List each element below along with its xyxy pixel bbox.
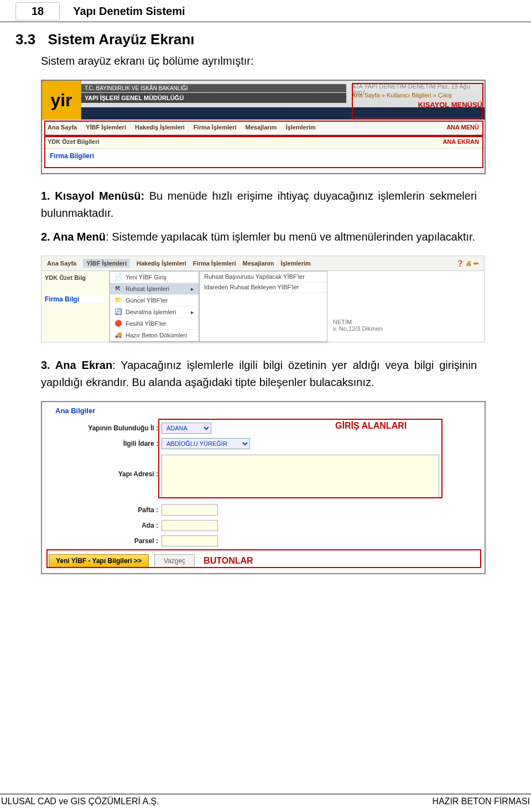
app-logo: yir xyxy=(42,81,81,119)
submenu-ruhsat-basvuru[interactable]: Ruhsat Başvurusu Yapılacak YİBF'ler xyxy=(200,272,327,282)
menu-guncel-yibf[interactable]: 📁Güncel YİBF'ler xyxy=(110,295,199,306)
label-adres: Yapı Adresi : xyxy=(42,455,162,478)
menu-item-hakedis[interactable]: Hakediş İşlemleri xyxy=(137,260,186,267)
menu-ruhsat[interactable]: 🛠Ruhsat İşlemleri▸ xyxy=(110,283,199,295)
page-footer: ULUSAL CAD ve GIS ÇÖZÜMLERİ A.Ş. HAZIR B… xyxy=(0,794,531,806)
footer-left: ULUSAL CAD ve GIS ÇÖZÜMLERİ A.Ş. xyxy=(1,797,159,806)
input-pafta[interactable] xyxy=(162,504,218,516)
p1-lead: 1. Kısayol Menüsü: xyxy=(41,190,144,202)
paragraph-2: 2. Ana Menü: Sistemde yapılacak tüm işle… xyxy=(41,228,477,246)
screenshot-overview: yir T.C. BAYINDIRLIK VE İSKÂN BAKANLIĞI … xyxy=(41,80,486,174)
main-menu-label: ANA MENÜ xyxy=(446,124,479,131)
input-ada[interactable] xyxy=(162,520,218,531)
label-il: Yapının Bulunduğu İl : xyxy=(42,424,162,432)
skyline-graphic xyxy=(81,107,485,119)
section-number: 3.3 xyxy=(15,31,35,48)
header-quick-links[interactable]: Ana Sayfa » Kullanıcı Bilgileri » Çıkış xyxy=(352,92,482,101)
paragraph-3: 3. Ana Ekran: Yapacağınız işlemlerle ilg… xyxy=(41,357,477,391)
p2-lead: 2. Ana Menü xyxy=(41,231,106,243)
ruhsat-submenu: Ruhsat Başvurusu Yapılacak YİBF'ler İdar… xyxy=(199,271,327,342)
screenshot-form: Ana Bilgiler Yapının Bulunduğu İl : ADAN… xyxy=(41,401,486,574)
tools-icon: 🛠 xyxy=(114,285,122,293)
menu-item-islemlerim[interactable]: İşlemlerim xyxy=(285,124,315,131)
cancel-button[interactable]: Vazgeç xyxy=(154,554,195,568)
menu-fesihli[interactable]: 🔴Fesihli YİBF'ler xyxy=(110,318,199,330)
bg-text-2: v. No.12/3 Dikmen xyxy=(333,325,478,332)
firma-bilgi-cut: Firma Bilgi xyxy=(45,295,106,303)
select-idare[interactable]: ABDİOĞLU YÜREĞİR xyxy=(162,438,250,449)
menu-item-home[interactable]: Ana Sayfa xyxy=(47,260,76,267)
ministry-line: T.C. BAYINDIRLIK VE İSKÂN BAKANLIĞI xyxy=(81,84,346,92)
label-idare: İlgili İdare : xyxy=(42,440,162,447)
document-icon: 📄 xyxy=(114,273,122,281)
header-info-line: ATA YAPI DENETİM DENETİM Paz, 19 Ağu 200… xyxy=(352,83,482,92)
page-number: 18 xyxy=(15,2,60,20)
main-menu-bar-2: Ana Sayfa YİBF İşlemleri Hakediş İşlemle… xyxy=(41,256,484,271)
bg-text-1: NETİM xyxy=(333,319,478,325)
main-screen-label: ANA EKRAN xyxy=(442,138,479,145)
menu-item-firma[interactable]: Firma İşlemleri xyxy=(193,260,236,267)
callout-label-inputs: GİRİŞ ALANLARI xyxy=(335,421,407,431)
page-header: 18 Yapı Denetim Sistemi xyxy=(0,0,531,22)
footer-right: HAZIR BETON FİRMASI xyxy=(432,797,530,806)
select-il[interactable]: ADANA xyxy=(162,423,211,434)
menu-devralma[interactable]: 🔄Devralma İşlemleri▸ xyxy=(110,306,199,318)
stop-icon: 🔴 xyxy=(114,320,122,327)
menu-item-islemlerim[interactable]: İşlemlerim xyxy=(280,260,310,267)
label-pafta: Pafta : xyxy=(42,506,162,514)
menu-item-yibf-active[interactable]: YİBF İşlemleri xyxy=(83,259,130,268)
next-button[interactable]: Yeni YİBF - Yapı Bilgileri >> xyxy=(49,554,149,568)
intro-paragraph: Sistem arayüz ekranı üç bölüme ayrılmışt… xyxy=(41,53,477,70)
paragraph-1: 1. Kısayol Menüsü: Bu menüde hızlı erişi… xyxy=(41,188,477,222)
section-title: Sistem Arayüz Ekranı xyxy=(48,31,195,48)
menu-item-firma[interactable]: Firma İşlemleri xyxy=(194,124,237,131)
label-parsel: Parsel : xyxy=(42,537,162,545)
transfer-icon: 🔄 xyxy=(114,308,122,316)
doc-title: Yapı Denetim Sistemi xyxy=(73,5,185,18)
p2-rest: : Sistemde yapılacak tüm işlemler bu men… xyxy=(106,231,475,243)
chevron-right-icon: ▸ xyxy=(191,285,194,293)
section-heading: 3.3 Sistem Arayüz Ekranı xyxy=(15,31,477,48)
directorate-line: YAPI İŞLERİ GENEL MÜDÜRLÜĞÜ xyxy=(81,93,346,103)
chevron-right-icon: ▸ xyxy=(191,309,194,316)
label-ada: Ada : xyxy=(42,522,162,529)
menu-yeni-yibf[interactable]: 📄Yeni YİBF Giriş xyxy=(110,272,199,283)
submenu-idareden-ruhsat[interactable]: İdareden Ruhsat Bekleyen YİBF'ler xyxy=(200,282,327,293)
ydk-summary-cut: YDK Özet Bilg xyxy=(45,274,106,281)
menu-item-messages[interactable]: Mesajlarım xyxy=(243,260,274,267)
input-parsel[interactable] xyxy=(162,535,218,546)
menu-item-yibf[interactable]: YİBF İşlemleri xyxy=(86,124,126,131)
screenshot-menus: Ana Sayfa YİBF İşlemleri Hakediş İşlemle… xyxy=(41,256,485,342)
menu-item-messages[interactable]: Mesajlarım xyxy=(246,124,277,131)
p3-lead: 3. Ana Ekran xyxy=(41,359,112,371)
menu-hazirbeton[interactable]: 🚚Hazır Beton Dökümleri xyxy=(110,330,199,341)
menu-item-home[interactable]: Ana Sayfa xyxy=(48,124,77,131)
folder-icon: 📁 xyxy=(114,296,122,304)
main-menu-bar: Ana Sayfa YİBF İşlemleri Hakediş İşlemle… xyxy=(42,119,485,135)
yibf-dropdown-menu: 📄Yeni YİBF Giriş 🛠Ruhsat İşlemleri▸ 📁Gün… xyxy=(110,271,199,342)
ydk-summary-tab[interactable]: YDK Özet Bilgileri xyxy=(48,138,100,145)
truck-icon: 🚚 xyxy=(114,331,122,339)
fieldset-title: Ana Bilgiler xyxy=(55,407,485,415)
menu-item-hakedis[interactable]: Hakediş İşlemleri xyxy=(135,124,185,131)
textarea-adres[interactable] xyxy=(162,455,439,498)
callout-label-buttons: BUTONLAR xyxy=(204,556,253,566)
shortcut-menu-label: KISAYOL MENÜSÜ xyxy=(352,101,482,109)
firma-bilgileri-tab[interactable]: Firma Bilgileri xyxy=(42,149,485,173)
